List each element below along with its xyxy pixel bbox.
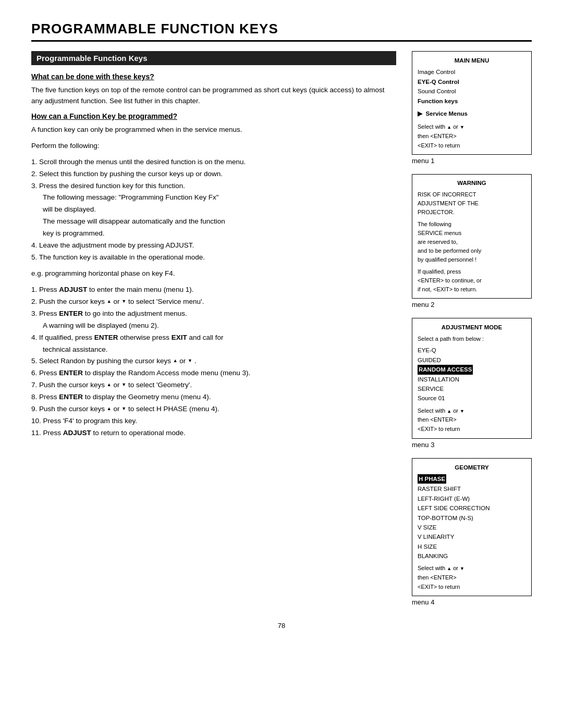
menu3-item-source: Source 01 [418, 393, 526, 403]
list-item: 7. Push the cursor keys ▲ or ▼ to select… [31, 380, 396, 391]
menu2-label: menu 2 [412, 301, 532, 309]
menu4-item-hphase: H PHASE [418, 474, 446, 484]
menu2-title: WARNING [418, 179, 526, 188]
menu2-line6: are reserved to, [418, 238, 526, 246]
menu3-item-random: RANDOM ACCESS [418, 365, 473, 374]
menu3-item-eyeq: EYE-Q [418, 346, 526, 355]
menu3-exit: <EXIT> to return [418, 425, 526, 434]
menu3-title: ADJUSTMENT MODE [418, 323, 526, 332]
list-item: 8. Press ENTER to display the Geometry m… [31, 392, 396, 403]
menu1-then: then <ENTER> [418, 132, 526, 141]
how-text: A function key can only be programmed wh… [31, 125, 396, 135]
steps2-list: 1. Press ADJUST to enter the main menu (… [31, 285, 396, 439]
menu3-box: ADJUSTMENT MODE Select a path from below… [412, 318, 532, 438]
list-item: 5. The function key is available in the … [31, 252, 396, 263]
menu4-select: Select with ▲ or ▼ [418, 564, 526, 573]
list-item: technical assistance. [31, 344, 396, 355]
perform-text: Perform the following: [31, 141, 396, 152]
list-item: The following message: "Programming Func… [31, 192, 396, 203]
menu2-line9: If qualified, press [418, 267, 526, 276]
menu4-box: GEOMETRY H PHASE RASTER SHIFT LEFT-RIGHT… [412, 458, 532, 597]
list-item: 5. Select Randon by pushing the cursor k… [31, 356, 396, 367]
list-item: 4. If qualified, press ENTER otherwise p… [31, 332, 396, 343]
menu4-item-hsize: H SIZE [418, 542, 526, 551]
what-text: The five function keys on top of the rem… [31, 85, 396, 107]
steps-list: 1. Scroll through the menus until the de… [31, 157, 396, 263]
menu4-label: menu 4 [412, 598, 532, 606]
list-item: The message will disappear automatically… [31, 216, 396, 227]
menu3-then: then <ENTER> [418, 415, 526, 425]
list-item: 2. Push the cursor keys ▲ or ▼ to select… [31, 297, 396, 307]
menu3-label: menu 3 [412, 441, 532, 449]
list-item: 3. Press the desired function key for th… [31, 181, 396, 192]
how-title: How can a Function Key be programmed? [31, 112, 396, 120]
menus-column: MAIN MENU Image Control EYE-Q Control So… [412, 51, 532, 606]
list-item: 2. Select this function by pushing the c… [31, 169, 396, 180]
menu3-select: Select with ▲ or ▼ [418, 406, 526, 416]
menu2-line1: RISK OF INCORRECT [418, 190, 526, 199]
menu4-item-vlin: V LINEARITY [418, 532, 526, 541]
menu1-item-sound: Sound Control [418, 87, 526, 96]
page-number: 78 [31, 622, 532, 630]
menu2-line10: <ENTER> to continue, or [418, 276, 526, 285]
menu1-container: MAIN MENU Image Control EYE-Q Control So… [412, 51, 532, 165]
list-item: A warning will be displayed (menu 2). [31, 320, 396, 331]
menu3-item-guided: GUIDED [418, 355, 526, 365]
menu4-item-lr: LEFT-RIGHT (E-W) [418, 494, 526, 503]
menu2-line5: SERVICE menus [418, 229, 526, 238]
menu4-container: GEOMETRY H PHASE RASTER SHIFT LEFT-RIGHT… [412, 458, 532, 607]
menu4-then: then <ENTER> [418, 573, 526, 583]
menu1-box: MAIN MENU Image Control EYE-Q Control So… [412, 51, 532, 155]
menu3-container: ADJUSTMENT MODE Select a path from below… [412, 318, 532, 448]
menu2-line3: PROJECTOR. [418, 208, 526, 217]
menu1-label: menu 1 [412, 157, 532, 165]
list-item: 3. Press ENTER to go into the adjustment… [31, 309, 396, 319]
eg-text: e.g. programming horizontal phase on key… [31, 268, 396, 279]
list-item: 9. Push the cursor keys ▲ or ▼ to select… [31, 404, 396, 415]
menu3-select-path: Select a path from below : [418, 335, 526, 344]
menu2-line2: ADJUSTMENT OF THE [418, 199, 526, 208]
menu3-item-installation: INSTALLATION [418, 375, 526, 384]
list-item: 11. Press ADJUST to return to operationa… [31, 428, 396, 439]
menu4-item-vsize: V SIZE [418, 523, 526, 532]
menu2-line7: and to be performed only [418, 246, 526, 255]
menu4-item-blanking: BLANKING [418, 551, 526, 561]
menu4-exit: <EXIT> to return [418, 583, 526, 592]
menu1-item-function: Function keys [418, 96, 526, 106]
list-item: will be displayed. [31, 204, 396, 215]
list-item: key is programmed. [31, 228, 396, 239]
list-item: 1. Press ADJUST to enter the main menu (… [31, 285, 396, 295]
menu4-title: GEOMETRY [418, 463, 526, 472]
list-item: 6. Press ENTER to display the Random Acc… [31, 368, 396, 379]
menu2-line11: if not, <EXIT> to return. [418, 285, 526, 294]
menu1-title: MAIN MENU [418, 56, 526, 65]
menu1-exit: <EXIT> to return [418, 141, 526, 151]
menu2-line8: by qualified personnel ! [418, 255, 526, 264]
menu4-item-raster: RASTER SHIFT [418, 484, 526, 493]
section-header: Programmable Function Keys [31, 51, 396, 65]
menu4-item-left: LEFT SIDE CORRECTION [418, 503, 526, 513]
list-item: 10. Press 'F4' to program this key. [31, 416, 396, 427]
menu2-line4: The following [418, 220, 526, 229]
menu1-arrow-item: ▶ Service Menus [418, 109, 526, 118]
list-item: 1. Scroll through the menus until the de… [31, 157, 396, 168]
menu1-select: Select with ▲ or ▼ [418, 122, 526, 132]
menu2-container: WARNING RISK OF INCORRECT ADJUSTMENT OF … [412, 174, 532, 309]
what-title: What can be done with these keys? [31, 72, 396, 81]
page-title: PROGRAMMABLE FUNCTION KEYS [31, 21, 532, 42]
menu4-item-tb: TOP-BOTTOM (N-S) [418, 513, 526, 523]
menu1-item-image: Image Control [418, 67, 526, 77]
menu2-box: WARNING RISK OF INCORRECT ADJUSTMENT OF … [412, 174, 532, 299]
menu3-item-service: SERVICE [418, 384, 526, 393]
list-item: 4. Leave the adjustment mode by pressing… [31, 240, 396, 251]
menu1-item-eyeq: EYE-Q Control [418, 77, 526, 87]
